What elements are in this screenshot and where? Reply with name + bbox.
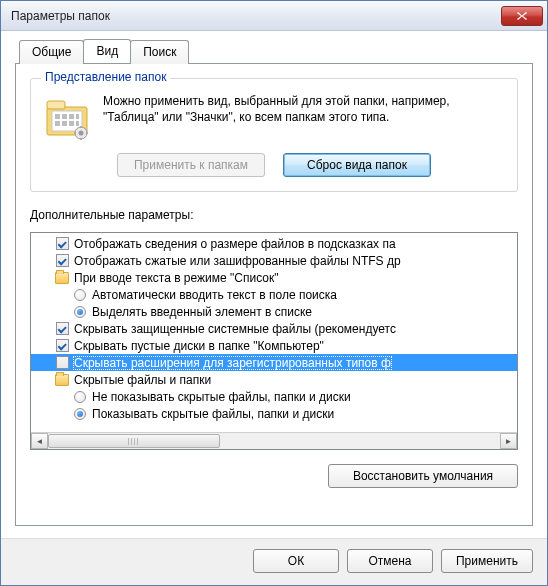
svg-rect-8 — [62, 121, 67, 126]
tree-item[interactable]: Не показывать скрытые файлы, папки и дис… — [31, 388, 517, 405]
tree-item[interactable]: При вводе текста в режиме "Список" — [31, 269, 517, 286]
advanced-settings-tree[interactable]: Отображать сведения о размере файлов в п… — [30, 232, 518, 450]
tree-item[interactable]: Показывать скрытые файлы, папки и диски — [31, 405, 517, 422]
radio-icon[interactable] — [73, 390, 87, 404]
tree-item[interactable]: Отображать сведения о размере файлов в п… — [31, 235, 517, 252]
svg-rect-9 — [69, 121, 74, 126]
tree-item[interactable]: Скрывать расширения для зарегистрированн… — [31, 354, 517, 371]
folder-icon — [55, 271, 69, 285]
tabpanel-view: Представление папок — [15, 63, 533, 526]
tree-item-label: Скрытые файлы и папки — [73, 373, 212, 387]
titlebar[interactable]: Параметры папок — [1, 1, 547, 31]
tree-item-label: Скрывать расширения для зарегистрированн… — [73, 356, 392, 370]
advanced-label: Дополнительные параметры: — [30, 208, 518, 222]
checkbox-icon[interactable] — [55, 237, 69, 251]
folder-icon — [55, 373, 69, 387]
tree-item-label: Не показывать скрытые файлы, папки и дис… — [91, 390, 352, 404]
scroll-left-button[interactable]: ◄ — [31, 433, 48, 449]
scroll-right-button[interactable]: ► — [500, 433, 517, 449]
tree-item[interactable]: Скрывать защищенные системные файлы (рек… — [31, 320, 517, 337]
svg-rect-10 — [76, 121, 79, 126]
window-title: Параметры папок — [11, 9, 501, 23]
tree-item[interactable]: Скрывать пустые диски в папке "Компьютер… — [31, 337, 517, 354]
scroll-thumb[interactable] — [48, 434, 220, 448]
tree-item[interactable]: Скрытые файлы и папки — [31, 371, 517, 388]
svg-point-12 — [79, 131, 84, 136]
folder-views-icon — [43, 93, 91, 141]
checkbox-icon[interactable] — [55, 339, 69, 353]
checkbox-icon[interactable] — [55, 322, 69, 336]
checkbox-icon[interactable] — [55, 356, 69, 370]
tree-item-label: Выделять введенный элемент в списке — [91, 305, 313, 319]
radio-icon[interactable] — [73, 288, 87, 302]
tab-general[interactable]: Общие — [19, 40, 84, 64]
folder-views-description: Можно применить вид, выбранный для этой … — [103, 93, 505, 141]
svg-rect-6 — [76, 114, 79, 119]
checkbox-icon[interactable] — [55, 254, 69, 268]
tree-item-label: Автоматически вводить текст в поле поиск… — [91, 288, 338, 302]
tree-item-label: Показывать скрытые файлы, папки и диски — [91, 407, 335, 421]
svg-rect-5 — [69, 114, 74, 119]
apply-to-folders-button: Применить к папкам — [117, 153, 265, 177]
ok-button[interactable]: ОК — [253, 549, 339, 573]
tree-item[interactable]: Выделять введенный элемент в списке — [31, 303, 517, 320]
svg-rect-7 — [55, 121, 60, 126]
horizontal-scrollbar[interactable]: ◄ ► — [31, 432, 517, 449]
cancel-button[interactable]: Отмена — [347, 549, 433, 573]
tree-item-label: Отображать сжатые или зашифрованные файл… — [73, 254, 402, 268]
svg-rect-1 — [47, 101, 65, 109]
folder-options-dialog: Параметры папок Общие Вид Поиск Представ… — [0, 0, 548, 586]
tree-item-label: Скрывать пустые диски в папке "Компьютер… — [73, 339, 325, 353]
radio-icon[interactable] — [73, 407, 87, 421]
dialog-button-row: ОК Отмена Применить — [1, 538, 547, 585]
reset-folders-button[interactable]: Сброс вида папок — [283, 153, 431, 177]
apply-button[interactable]: Применить — [441, 549, 533, 573]
scroll-track[interactable] — [48, 433, 500, 449]
tab-strip: Общие Вид Поиск — [19, 39, 533, 63]
tab-view[interactable]: Вид — [83, 39, 131, 63]
svg-rect-3 — [55, 114, 60, 119]
svg-rect-4 — [62, 114, 67, 119]
tree-item-label: При вводе текста в режиме "Список" — [73, 271, 280, 285]
tree-item-label: Отображать сведения о размере файлов в п… — [73, 237, 397, 251]
client-area: Общие Вид Поиск Представление папок — [1, 31, 547, 538]
close-button[interactable] — [501, 6, 543, 26]
tree-item[interactable]: Автоматически вводить текст в поле поиск… — [31, 286, 517, 303]
close-icon — [516, 11, 528, 21]
tree-item[interactable]: Отображать сжатые или зашифрованные файл… — [31, 252, 517, 269]
folder-views-title: Представление папок — [41, 70, 170, 84]
folder-views-group: Представление папок — [30, 78, 518, 192]
restore-defaults-button[interactable]: Восстановить умолчания — [328, 464, 518, 488]
tab-search[interactable]: Поиск — [130, 40, 189, 64]
radio-icon[interactable] — [73, 305, 87, 319]
tree-item-label: Скрывать защищенные системные файлы (рек… — [73, 322, 397, 336]
